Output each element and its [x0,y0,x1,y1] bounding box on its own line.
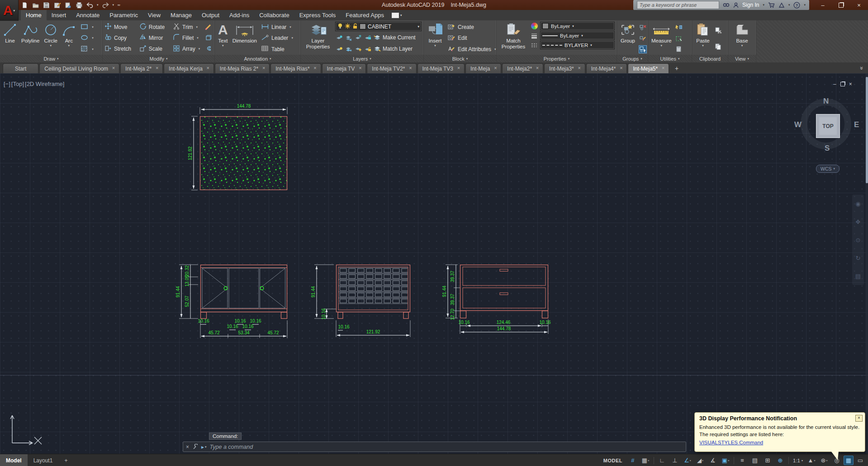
tab-close-icon[interactable] [660,65,666,71]
minimize-button[interactable]: – [814,0,832,10]
tab-annotate[interactable]: Annotate [71,10,104,20]
new-drawing-tab-button[interactable]: + [673,64,681,72]
showmotion-icon[interactable]: ▤ [855,273,861,280]
model-tab[interactable]: Model [0,454,28,466]
dynamic-input-toggle[interactable]: ⊕ [774,456,786,465]
command-line[interactable]: × ▸▾ Type a command [183,442,686,452]
hatch-tool[interactable]: ▾ [81,44,94,54]
drawing-canvas[interactable]: [−] [Top] [2D Wireframe] – × N W E S TOP… [0,73,868,454]
group-selection-toggle[interactable] [639,45,647,53]
measure-button[interactable]: Measure▾ [650,22,673,55]
workspace-switching[interactable]: ⊛▾ [818,456,830,465]
file-tab[interactable]: Int-Meja Rias 2* [215,63,270,73]
save-button[interactable] [43,1,50,9]
stretch-tool[interactable]: Stretch [104,44,134,54]
file-tab[interactable]: Int-Meja 2* [120,63,163,73]
line-tool[interactable]: Line [2,22,18,55]
file-tab[interactable]: Ceiling Detail Living Room [39,63,119,73]
scale-tool[interactable]: Scale [139,44,167,54]
ungroup-icon[interactable] [639,23,647,31]
quick-calc-icon[interactable] [675,34,683,42]
tab-express-tools[interactable]: Express Tools [294,10,341,20]
command-close-icon[interactable]: × [186,444,189,450]
panel-footer-utilities[interactable]: Utilities▾ [648,55,692,62]
tab-home[interactable]: Home [21,10,47,20]
match-layer-icon[interactable] [373,45,381,53]
notification-close-icon[interactable]: × [855,415,863,422]
tab-close-icon[interactable] [408,65,413,71]
polyline-tool[interactable]: Polyline [20,22,41,55]
cut-icon[interactable] [714,26,722,34]
layer-properties-button[interactable]: Layer Properties [303,22,333,55]
command-input[interactable]: Type a command [210,444,253,450]
layer-lock-tool-icon[interactable] [364,33,372,42]
object-snap-tracking-toggle[interactable]: ∡ [707,456,719,465]
text-tool[interactable]: AText▾ [217,22,229,55]
drawing-close-button[interactable]: × [849,81,852,87]
visualstyles-command-link[interactable]: VISUALSTYLES Command [699,440,763,445]
tab-output[interactable]: Output [197,10,224,20]
pan-icon[interactable]: ✥ [856,219,861,225]
annotation-visibility-toggle[interactable]: ▲▾ [806,456,817,465]
panel-footer-clipboard[interactable]: Clipboard [692,55,728,62]
drawing-restore-button[interactable] [840,82,845,86]
layer-lock-icon[interactable] [352,23,358,30]
undo-button[interactable] [86,1,94,9]
lineweight-dropdown[interactable]: ByLayer▾ [540,31,615,40]
tab-close-icon[interactable] [154,65,160,71]
sign-in-dropdown-icon[interactable]: ▾ [763,3,764,7]
explode-tool[interactable] [204,33,213,43]
file-tab[interactable]: Int-meja TV [322,63,366,73]
layer-freeze-tool-icon[interactable] [354,33,362,42]
trim-tool[interactable]: Trim▾ [173,22,203,32]
undo-dropdown-icon[interactable]: ▾ [97,3,99,7]
help-icon[interactable]: ? [793,2,800,9]
copy-clip-icon[interactable] [714,43,722,51]
lineweight-toggle[interactable]: ≡ [736,456,748,465]
viewcube-east[interactable]: E [854,120,859,129]
panel-footer-layers[interactable]: Layers▾ [301,55,423,62]
tab-view[interactable]: View [143,10,166,20]
file-tab[interactable]: Int-Meja3* [544,63,585,73]
infer-constraints-toggle[interactable]: ∟ [656,456,668,465]
viewcube-west[interactable]: W [794,120,802,129]
print-button[interactable] [75,1,83,9]
base-button[interactable]: Base▾ [733,22,752,55]
ellipse-tool[interactable]: ▾ [81,33,94,43]
viewport-menu-control[interactable]: [−] [4,81,10,87]
viewport-view-control[interactable]: [Top] [11,81,24,87]
save-as-button[interactable] [53,1,61,9]
copy-tool[interactable]: Copy [104,33,134,43]
panel-footer-properties[interactable]: Properties▾ [497,55,617,62]
layer-unlock-icon[interactable] [364,45,372,53]
leader-tool[interactable]: Leader▾ [261,33,293,43]
erase-tool[interactable] [204,22,213,33]
open-folder-button[interactable] [32,1,39,9]
tab-close-icon[interactable] [618,65,624,71]
apps-dropdown-icon[interactable]: ▾ [788,3,790,7]
group-button[interactable]: Group [619,22,637,55]
layer-sun-icon[interactable] [354,45,362,53]
fillet-tool[interactable]: Fillet▾ [173,33,203,43]
panel-footer-draw[interactable]: Draw▾ [0,55,102,62]
tab-close-icon[interactable] [577,65,582,71]
tab-close-icon[interactable] [111,65,116,71]
drawing-minimize-button[interactable]: – [833,81,836,87]
quick-select-icon[interactable] [675,23,683,31]
edit-attributes-tool[interactable]: Edit Attributes▾ [447,44,496,54]
clean-screen-toggle[interactable]: ▭ [854,456,866,465]
panel-footer-annotation[interactable]: Annotation▾ [215,55,300,62]
search-input[interactable]: Type a keyword or phrase [637,1,719,9]
help-dropdown-icon[interactable]: ▾ [804,3,806,7]
mirror-tool[interactable]: Mirror [139,33,167,43]
layer-freeze-icon[interactable] [345,23,351,30]
sign-in-button[interactable]: Sign In [742,2,759,8]
isodraft-toggle[interactable]: ◢▾ [694,456,706,465]
scrollbar-thumb[interactable] [866,77,868,183]
tab-close-icon[interactable] [456,65,461,71]
rotate-tool[interactable]: Rotate [139,22,167,32]
file-tab[interactable]: Int-Meja Kerja [164,63,214,73]
orbit-icon[interactable]: ↻ [856,255,861,262]
file-tab[interactable]: Int-Meja2* [502,63,543,73]
tab-parametric[interactable]: Parametric [104,10,143,20]
